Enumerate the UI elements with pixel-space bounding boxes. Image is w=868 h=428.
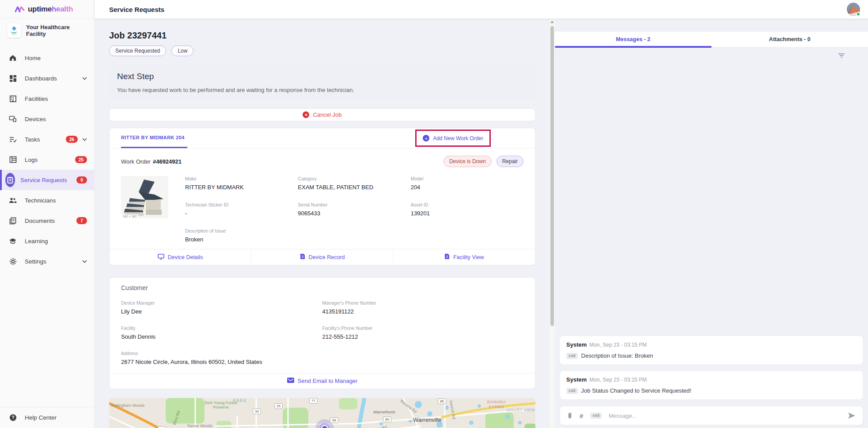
route-shield: 89 <box>383 417 391 422</box>
attachment-paperclip-icon[interactable] <box>567 412 572 420</box>
logs-icon <box>8 156 18 163</box>
dashboards-icon <box>8 75 18 82</box>
work-order-tab[interactable]: RITTER BY MIDMARK 204 <box>121 128 187 148</box>
field-facility: FacilitySouth Dennis <box>121 325 322 340</box>
sidebar-item-devices[interactable]: Devices <box>0 109 94 129</box>
device-record-link[interactable]: Device Record <box>251 249 393 265</box>
sidebar-item-service-requests[interactable]: Service Requests 9 <box>0 170 94 190</box>
channel-tag: #All <box>590 413 602 419</box>
online-status-dot <box>856 12 860 16</box>
map-label: DANADA FARMS <box>483 399 510 409</box>
top-bar: Service Requests <box>95 0 868 19</box>
work-order-label: Work Order <box>121 158 151 165</box>
location-map[interactable]: Nottingham Woods PARK Dick Young Forest … <box>109 398 535 428</box>
next-step-body: You have requested work to be performed … <box>117 87 527 93</box>
scroll-up-arrow[interactable] <box>550 21 554 23</box>
communication-panel: Messages - 2 Attachments - 0 SystemMon, … <box>555 19 868 428</box>
image-size-caption: 342 × 342 <box>121 214 138 218</box>
sidebar-item-learning[interactable]: Learning <box>0 231 94 251</box>
chevron-down-icon <box>82 77 87 80</box>
chevron-down-icon <box>82 260 87 263</box>
route-shield: 25 <box>274 403 283 409</box>
message-composer: # #All <box>560 406 863 425</box>
job-status-badge: Service Requested <box>109 46 166 56</box>
sidebar-item-dashboards[interactable]: Dashboards <box>0 68 94 88</box>
message-author: System <box>566 376 587 383</box>
facility-logo-icon <box>7 23 21 38</box>
field-device-manager: Device ManagerLily Dee <box>121 300 322 315</box>
scrollbar-thumb[interactable] <box>550 26 554 326</box>
help-center-link[interactable]: ? Help Center <box>0 407 94 428</box>
device-down-badge: Device is Down <box>443 156 492 167</box>
add-new-work-order-button[interactable]: + Add New Work Order <box>417 131 489 145</box>
cancel-job-button[interactable]: ✕ Cancel Job <box>109 108 535 121</box>
facility-view-link[interactable]: Facility View <box>394 249 535 265</box>
field-make: MakeRITTER BY MIDMARK <box>185 176 298 191</box>
sidebar-item-label: Logs <box>25 157 38 163</box>
send-icon[interactable] <box>848 412 856 419</box>
document-icon <box>300 253 305 261</box>
sidebar-item-technicians[interactable]: Technicians <box>0 190 94 210</box>
field-facility-phone: Facility's Phone Number212-555-1212 <box>322 325 524 340</box>
monitor-icon <box>158 254 164 261</box>
envelope-icon <box>287 378 294 384</box>
tasks-icon <box>8 136 18 143</box>
tab-attachments[interactable]: Attachments - 0 <box>712 32 868 47</box>
sidebar-item-label: Tasks <box>25 136 40 143</box>
documents-icon <box>8 217 18 225</box>
tasks-count-badge: 26 <box>66 136 78 143</box>
send-email-to-manager-link[interactable]: Send Email to Manager <box>110 373 535 389</box>
message-item: SystemMon, Sep 23 - 03:15 PM #AllDescrip… <box>560 336 863 364</box>
plus-icon: + <box>423 135 429 141</box>
logs-count-badge: 25 <box>75 156 87 163</box>
sidebar-item-home[interactable]: Home <box>0 48 94 68</box>
building-icon <box>8 95 18 103</box>
sidebar-item-tasks[interactable]: Tasks 26 <box>0 129 94 149</box>
message-item: SystemMon, Sep 23 - 03:15 PM #AllJob Sta… <box>560 371 863 399</box>
next-step-card: Next Step You have requested work to be … <box>109 65 535 100</box>
home-icon <box>8 54 18 62</box>
job-title: Job 23297441 <box>109 31 535 41</box>
brand-word-primary: uptime <box>28 5 52 14</box>
device-details-link[interactable]: Device Details <box>110 249 251 265</box>
user-avatar[interactable] <box>847 3 860 16</box>
sidebar-item-label: Dashboards <box>25 75 57 82</box>
sidebar-item-label: Documents <box>25 218 55 224</box>
cancel-x-icon: ✕ <box>303 111 309 118</box>
tab-messages[interactable]: Messages - 2 <box>555 32 712 47</box>
sidebar-item-logs[interactable]: Logs 25 <box>0 149 94 170</box>
facility-selector[interactable]: Your Healthcare Facility <box>0 19 94 42</box>
field-asset-id: Asset ID139201 <box>411 202 523 217</box>
add-new-work-order-label: Add New Work Order <box>433 135 483 141</box>
channel-tag: #All <box>566 388 578 394</box>
hashtag-icon[interactable]: # <box>580 412 583 420</box>
sidebar-item-settings[interactable]: Settings <box>0 251 94 271</box>
work-order-number: #46924921 <box>153 158 182 165</box>
route-shield: 34 <box>253 409 261 414</box>
message-author: System <box>566 341 587 348</box>
field-description-of-issue: Description of IssueBroken <box>185 228 523 243</box>
documents-count-badge: 7 <box>76 217 87 224</box>
sidebar-item-label: Facilities <box>25 96 48 102</box>
route-shield: 78 <box>158 426 166 428</box>
vertical-scrollbar[interactable] <box>549 19 555 428</box>
message-input[interactable] <box>609 413 841 419</box>
filter-icon[interactable] <box>838 53 845 58</box>
message-text: Description of Issue: Broken <box>581 352 653 359</box>
brand-logo[interactable]: uptimehealth <box>0 0 94 19</box>
sidebar-item-label: Learning <box>25 238 48 245</box>
repair-type-badge: Repair <box>497 156 523 167</box>
map-label: Dick Young Forest Preserve <box>203 401 239 410</box>
sidebar-item-documents[interactable]: Documents 7 <box>0 210 94 231</box>
customer-title: Customer <box>121 284 523 291</box>
message-list: SystemMon, Sep 23 - 03:15 PM #AllDescrip… <box>555 58 868 399</box>
field-model: Model204 <box>411 176 523 191</box>
gear-icon <box>8 258 18 265</box>
sidebar-item-label: Service Requests <box>20 177 67 183</box>
people-icon <box>8 197 18 203</box>
map-label: VALLEY VIEW <box>507 408 535 412</box>
field-technician-sticker-id: Technician Sticker ID- <box>185 202 298 217</box>
field-serial-number: Serial Number9065433 <box>298 202 410 217</box>
sidebar-item-facilities[interactable]: Facilities <box>0 88 94 109</box>
message-timestamp: Mon, Sep 23 - 03:15 PM <box>589 377 647 383</box>
